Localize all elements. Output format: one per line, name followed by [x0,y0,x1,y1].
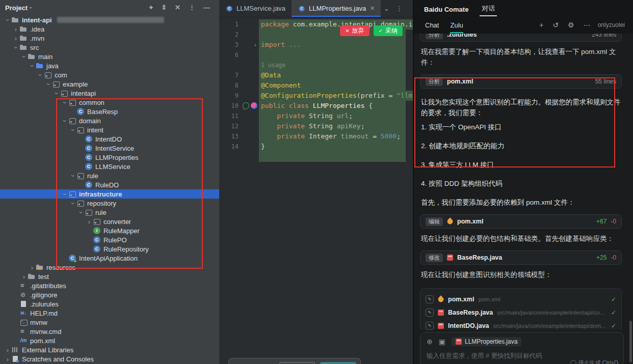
tree-chevron-icon[interactable]: › [45,80,52,88]
tree-chevron-icon[interactable]: › [37,71,44,78]
code-line[interactable]: 14} [219,142,413,152]
tree-item-com[interactable]: ›com [0,70,219,79]
tree-item-intentdo[interactable]: ›IntentDO [0,134,219,144]
tree-chevron-icon[interactable]: › [4,347,11,353]
tree-item-intent[interactable]: ›intent [0,125,219,134]
tree-item-test[interactable]: ›test [0,272,219,281]
tree-item-java[interactable]: ›java [0,61,219,70]
tree-item-rule[interactable]: ›rule [0,208,219,217]
code-line[interactable]: 7@Data [219,70,413,80]
code-line[interactable]: 3›import ... [219,40,413,50]
attach-image-icon[interactable]: ▣ [439,338,445,346]
tree-chevron-icon[interactable]: › [70,172,76,179]
tree-item-ruledo[interactable]: ›RuleDO [0,180,219,189]
tree-item-rulerepository[interactable]: ›RuleRepository [0,244,219,254]
file-operation-card[interactable]: 修改BaseResp.java+25-0 [420,250,622,265]
tab-chat[interactable]: Chat [425,21,439,29]
reject-diff-button[interactable]: ✕放弃 [340,25,369,36]
file-operation-card[interactable]: 分析.zulurules243 lines [420,34,622,42]
chat-scrollbar[interactable] [629,321,632,362]
spring-bean-icon[interactable] [242,101,250,110]
popup-secondary-button[interactable] [279,362,315,364]
chevron-down-icon[interactable]: › [28,7,34,9]
code-line[interactable]: 9@ConfigurationProperties(prefix = "llm"… [219,91,413,101]
tree-item-domain[interactable]: ›domain [0,116,219,125]
tree-item-.zulurules[interactable]: ›.zulurules [0,299,219,309]
tree-chevron-icon[interactable]: › [29,264,36,271]
tree-item-mvnw.cmd[interactable]: ›mvnw.cmd [0,327,219,336]
tree-item-llmservice[interactable]: ›LLMService [0,162,219,171]
tree-chevron-icon[interactable]: › [70,126,76,133]
tree-item-intentapiapplication[interactable]: ›IntentApiApplication [0,254,219,263]
tree-item-.gitattributes[interactable]: ›.gitattributes [0,281,219,290]
tree-chevron-icon[interactable]: › [20,273,28,280]
collapse-all-icon[interactable]: ✕ [175,4,180,12]
tab-zulu[interactable]: Zulu [450,21,463,29]
tree-chevron-icon[interactable]: › [54,90,60,97]
fold-arrow-icon[interactable]: › [253,40,257,50]
tabs-dropdown-icon[interactable]: ⌄ [384,5,389,12]
project-panel-title[interactable]: Project [5,4,28,12]
accept-diff-button[interactable]: ✓采纳 [374,25,403,36]
editor-tab-llmproperties.java[interactable]: LLMProperties.java✕ [292,0,381,17]
changed-file-row[interactable]: ✎IntentDO.javasrc/main/java/com/example/… [426,319,616,330]
tree-item-main[interactable]: ›main [0,52,219,61]
tree-item-external-libraries[interactable]: ›External Libraries [0,345,219,354]
tree-item-intentservice[interactable]: ›IntentService [0,144,219,153]
tab-conversation[interactable]: 对话 [482,4,495,13]
tree-item-src[interactable]: ›src [0,43,219,52]
tree-chevron-icon[interactable]: › [62,190,68,198]
tree-item-mvnw[interactable]: ›mvnw [0,318,219,327]
tree-item-help.md[interactable]: ›HELP.md [0,309,219,318]
code-line[interactable]: 6 [219,50,413,60]
tree-item-.gitignore[interactable]: ›.gitignore [0,290,219,299]
tree-item-repository[interactable]: ›repository [0,199,219,208]
hide-panel-icon[interactable]: — [203,4,210,12]
code-line[interactable]: 1 usage [219,60,413,70]
tree-chevron-icon[interactable]: › [29,62,36,69]
tree-item-llmproperties[interactable]: ›LLMProperties [0,153,219,162]
changed-file-row[interactable]: ✎pom.xmlpom.xml✓ [426,293,616,306]
code-line[interactable]: 8@Component [219,80,413,91]
expand-collapse-icon[interactable]: ⇕ [161,4,167,12]
tabs-menu-icon[interactable]: ⋮ [396,5,402,12]
tree-item-baseresp[interactable]: ›BaseResp [0,107,219,116]
tree-item-.idea[interactable]: ›.idea [0,24,219,34]
changed-file-row[interactable]: ✎BaseResp.javasrc/main/java/com/example/… [426,306,616,319]
context-file-chip[interactable]: LLMProperties.java [452,337,521,346]
tree-item-.mvn[interactable]: ›.mvn [0,34,219,43]
tree-item-example[interactable]: ›example [0,79,219,89]
new-chat-icon[interactable]: + [539,21,543,29]
tree-item-rule[interactable]: ›rule [0,171,219,180]
tree-item-infrastructure[interactable]: ›infrastructure [0,189,219,199]
stop-generation-button[interactable]: ◯ 停止生成 Ctrl+D [570,359,618,364]
settings-icon[interactable]: ⚙ [568,21,574,29]
chat-input-box[interactable]: ⊕ ▣ LLMProperties.java 输入任意需求，使用 # 更快找到目… [420,332,624,364]
code-editor[interactable]: 1package com.example.intentapi.domain.i✓… [219,17,413,162]
tree-item-scratches-and-consoles[interactable]: ›Scratches and Consoles [0,354,219,363]
code-line[interactable]: 11 private String url; [219,111,413,121]
tree-item-rulemapper[interactable]: ›RuleMapper [0,226,219,235]
tool-window-title[interactable]: Baidu Comate [424,6,468,13]
tree-chevron-icon[interactable]: › [62,99,68,106]
tree-chevron-icon[interactable]: › [21,53,28,60]
tree-item-rulepo[interactable]: ›RulePO [0,235,219,244]
tree-chevron-icon[interactable]: › [62,117,68,124]
popup-primary-button[interactable] [320,362,356,364]
usages-hint[interactable]: 1 usage [261,62,285,69]
close-tab-icon[interactable]: ✕ [370,5,375,12]
tree-item-converter[interactable]: ›converter [0,217,219,226]
tree-chevron-icon[interactable]: › [12,35,19,42]
tree-chevron-icon[interactable]: › [70,200,76,207]
editor-tab-llmservice.java[interactable]: LLMService.java [219,0,292,17]
locate-file-icon[interactable]: ⌖ [149,4,153,12]
comate-ai-icon[interactable] [251,102,257,109]
tree-chevron-icon[interactable]: › [12,26,19,33]
tree-chevron-icon[interactable]: › [78,209,85,216]
add-context-icon[interactable]: ⊕ [427,338,433,346]
code-line[interactable] [219,152,413,162]
tree-item-pom.xml[interactable]: ›pom.xml [0,336,219,345]
more-options-icon[interactable]: ⋮ [189,4,195,12]
tree-chevron-icon[interactable]: › [13,44,19,51]
history-icon[interactable]: ↺ [552,21,559,29]
